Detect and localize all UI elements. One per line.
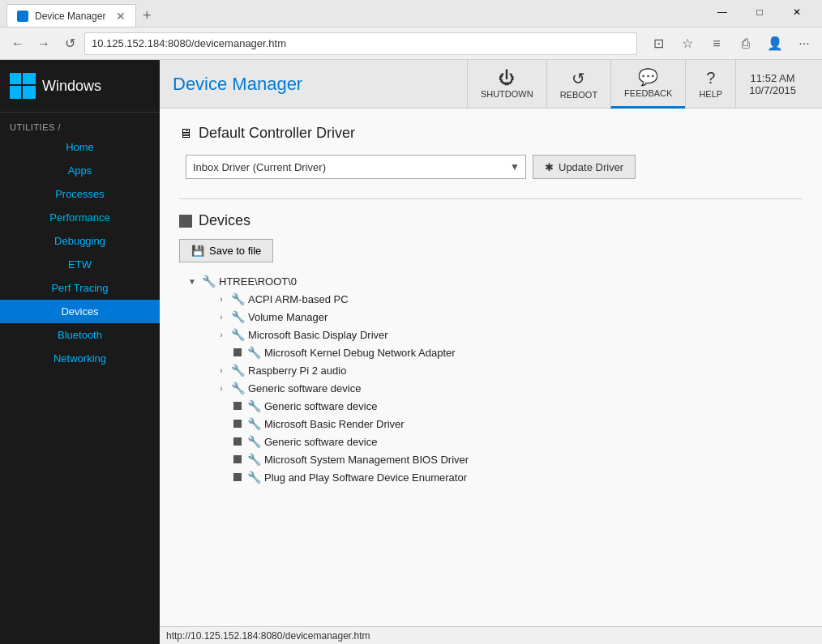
help-icon: ? xyxy=(706,69,715,87)
driver-select[interactable]: Inbox Driver (Current Driver) xyxy=(186,155,526,179)
generic2-device-icon: 🔧 xyxy=(247,399,261,412)
generic2-square-icon xyxy=(233,402,242,410)
smbios-expand-icon: › xyxy=(215,453,228,466)
tree-item-acpi: › 🔧 ACPI ARM-based PC xyxy=(215,290,803,308)
sidebar-item-etw[interactable]: ETW xyxy=(0,253,160,276)
shutdown-button[interactable]: ⏻ SHUTDOWN xyxy=(467,60,546,109)
reboot-button[interactable]: ↺ REBOOT xyxy=(546,60,610,109)
date-display: 10/7/2015 xyxy=(749,84,796,96)
devices-section-header: □ Devices xyxy=(179,212,803,229)
tree-item-generic-2: › 🔧 Generic software device xyxy=(215,397,803,415)
datetime-display: 11:52 AM 10/7/2015 xyxy=(735,60,809,109)
close-button[interactable]: ✕ xyxy=(778,0,816,27)
window-controls: — □ ✕ xyxy=(704,0,816,27)
tab-title: Device Manager xyxy=(35,11,105,22)
shutdown-icon: ⏻ xyxy=(499,69,515,87)
driver-select-wrapper: Inbox Driver (Current Driver) ▼ xyxy=(186,155,526,179)
basic-render-square-icon xyxy=(233,420,242,428)
rpi-device-icon: 🔧 xyxy=(231,364,245,377)
tab-bar: Device Manager ✕ + — □ ✕ xyxy=(0,0,822,28)
controller-icon: 🖥 xyxy=(179,126,192,141)
sidebar-item-bluetooth[interactable]: Bluetooth xyxy=(0,323,160,347)
sidebar-item-processes[interactable]: Processes xyxy=(0,182,160,206)
devices-icon: □ xyxy=(179,215,192,228)
extensions-button[interactable]: 👤 xyxy=(764,32,786,55)
tree-item-basic-display: › 🔧 Microsoft Basic Display Driver xyxy=(215,326,803,343)
help-button[interactable]: ? HELP xyxy=(685,60,735,109)
back-button[interactable]: ← xyxy=(6,32,29,55)
toolbar-icons: ⊡ ☆ ≡ ⎙ 👤 ··· xyxy=(647,32,816,55)
sidebar: Windows UTILITIES / Home Apps Processes … xyxy=(0,60,160,644)
sidebar-logo-text: Windows xyxy=(42,78,101,95)
sidebar-item-perf-tracing[interactable]: Perf Tracing xyxy=(0,276,160,300)
share-button[interactable]: ⎙ xyxy=(734,32,757,55)
basic-display-label: Microsoft Basic Display Driver xyxy=(248,329,388,341)
section-divider xyxy=(179,198,803,199)
reboot-label: REBOOT xyxy=(560,90,597,100)
svg-rect-3 xyxy=(23,86,36,99)
root-label: HTREE\ROOT\0 xyxy=(219,275,297,288)
tab-favicon xyxy=(17,11,28,22)
generic3-label: Generic software device xyxy=(264,436,377,448)
tree-children: › 🔧 ACPI ARM-based PC › 🔧 Volume Manager… xyxy=(215,290,803,486)
forward-button[interactable]: → xyxy=(32,32,55,55)
generic1-device-icon: 🔧 xyxy=(231,382,245,395)
basic-render-label: Microsoft Basic Render Driver xyxy=(264,418,405,430)
minimize-button[interactable]: — xyxy=(704,0,741,27)
volume-expand-icon[interactable]: › xyxy=(215,310,228,323)
basic-render-device-icon: 🔧 xyxy=(247,417,261,430)
pnp-label: Plug and Play Software Device Enumerator xyxy=(264,471,467,484)
tree-item-smbios: › 🔧 Microsoft System Management BIOS Dri… xyxy=(215,450,803,468)
root-expand-icon[interactable]: ▼ xyxy=(186,275,199,288)
pnp-device-icon: 🔧 xyxy=(247,471,261,484)
tab-close-btn[interactable]: ✕ xyxy=(116,10,126,23)
volume-device-icon: 🔧 xyxy=(231,310,245,323)
update-driver-icon: ✱ xyxy=(545,161,554,173)
active-tab[interactable]: Device Manager ✕ xyxy=(6,4,136,27)
svg-rect-0 xyxy=(10,73,21,84)
driver-row: Inbox Driver (Current Driver) ▼ ✱ Update… xyxy=(186,155,803,179)
help-label: HELP xyxy=(699,89,722,99)
controller-driver-title: Default Controller Driver xyxy=(199,125,355,142)
reboot-icon: ↺ xyxy=(572,69,585,88)
reader-view-button[interactable]: ⊡ xyxy=(647,32,670,55)
shutdown-label: SHUTDOWN xyxy=(481,89,533,99)
sidebar-item-home[interactable]: Home xyxy=(0,135,160,159)
sidebar-item-apps[interactable]: Apps xyxy=(0,159,160,182)
acpi-device-icon: 🔧 xyxy=(231,292,245,305)
acpi-expand-icon[interactable]: › xyxy=(215,292,228,305)
feedback-label: FEEDBACK xyxy=(624,88,672,98)
sidebar-item-performance[interactable]: Performance xyxy=(0,206,160,229)
favorites-button[interactable]: ☆ xyxy=(676,32,699,55)
sidebar-section-label: UTILITIES / xyxy=(0,113,160,135)
update-driver-button[interactable]: ✱ Update Driver xyxy=(533,155,636,179)
tree-root-item: ▼ 🔧 HTREE\ROOT\0 xyxy=(186,272,803,290)
tree-item-rpi-audio: › 🔧 Raspberry Pi 2 audio xyxy=(215,361,803,379)
basic-display-expand-icon[interactable]: › xyxy=(215,328,228,341)
kernel-label: Microsoft Kernel Debug Network Adapter xyxy=(264,347,456,359)
address-bar[interactable] xyxy=(84,32,637,55)
sidebar-item-networking[interactable]: Networking xyxy=(0,347,160,370)
sidebar-item-debugging[interactable]: Debugging xyxy=(0,229,160,253)
more-button[interactable]: ··· xyxy=(793,32,816,55)
time-display: 11:52 AM xyxy=(751,72,795,84)
tree-item-pnp: › 🔧 Plug and Play Software Device Enumer… xyxy=(215,468,803,486)
new-tab-button[interactable]: + xyxy=(136,4,158,27)
feedback-button[interactable]: 💬 FEEDBACK xyxy=(610,60,685,109)
pnp-expand-icon: › xyxy=(215,471,228,484)
generic1-expand-icon[interactable]: › xyxy=(215,382,228,395)
save-to-file-button[interactable]: 💾 Save to file xyxy=(179,239,273,262)
tree-item-volume: › 🔧 Volume Manager xyxy=(215,308,803,326)
refresh-button[interactable]: ↺ xyxy=(58,32,81,55)
svg-rect-1 xyxy=(23,73,36,84)
maximize-button[interactable]: □ xyxy=(741,0,778,27)
device-chip-icon: 🔧 xyxy=(202,275,216,288)
top-actions: ⏻ SHUTDOWN ↺ REBOOT 💬 FEEDBACK ? HELP 11… xyxy=(467,60,809,109)
top-bar: Device Manager ⏻ SHUTDOWN ↺ REBOOT 💬 FEE… xyxy=(160,60,822,109)
generic2-expand-icon: › xyxy=(215,399,228,412)
rpi-expand-icon[interactable]: › xyxy=(215,364,228,377)
tree-item-generic-1: › 🔧 Generic software device xyxy=(215,379,803,397)
hub-button[interactable]: ≡ xyxy=(705,32,728,55)
sidebar-item-devices[interactable]: Devices xyxy=(0,300,160,323)
status-bar: http://10.125.152.184:8080/devicemanager… xyxy=(160,626,822,644)
